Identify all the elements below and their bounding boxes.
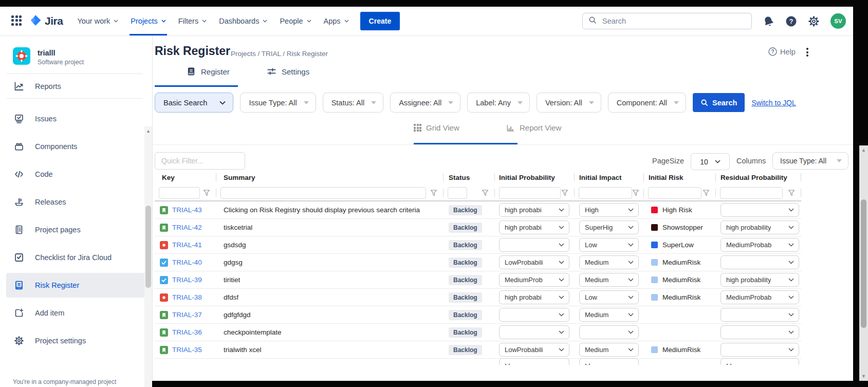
column-header-initial-risk[interactable]: Initial Risk	[644, 170, 716, 185]
nav-item-dashboards[interactable]: Dashboards	[213, 7, 273, 35]
initial-impact-select[interactable]: High	[579, 203, 639, 217]
issue-key-link[interactable]: TRIAL-41	[172, 241, 202, 249]
issue-key-link[interactable]: TRIAL-35	[172, 346, 202, 354]
help-circle-icon[interactable]: ?	[785, 15, 797, 27]
nav-item-projects[interactable]: Projects	[124, 7, 172, 35]
create-button[interactable]: Create	[360, 12, 400, 30]
initial-probability-select[interactable]	[499, 308, 569, 322]
issue-key-link[interactable]: TRIAL-42	[172, 224, 202, 231]
residual-probability-select[interactable]	[721, 255, 799, 269]
filter-dropdown-version[interactable]: Version: All	[537, 93, 601, 113]
initial-probability-select[interactable]: high probabi	[499, 220, 569, 234]
initial-probability-select[interactable]: high probabi	[499, 290, 569, 304]
filter-funnel-icon[interactable]	[632, 190, 639, 196]
filter-dropdown-status[interactable]: Status: All	[323, 93, 383, 113]
column-header-initial-probability[interactable]: Initial Probability	[495, 170, 575, 185]
residual-probability-select[interactable]: high probability	[721, 220, 799, 234]
initial-impact-select[interactable]	[579, 325, 639, 339]
nav-item-people[interactable]: People	[273, 7, 317, 35]
tab-report-view[interactable]: Report View	[506, 123, 561, 132]
sidebar-scrollbar-thumb[interactable]	[145, 206, 151, 288]
columns-select[interactable]: Issue Type: All	[772, 152, 848, 170]
sidebar-item-reports[interactable]: Reports	[0, 74, 152, 98]
initial-impact-select[interactable]: Low	[579, 238, 639, 252]
column-filter-input-initial-probability[interactable]	[499, 187, 561, 199]
column-filter-input-status[interactable]	[448, 187, 467, 199]
filter-funnel-icon[interactable]	[561, 190, 568, 196]
filter-funnel-icon[interactable]	[430, 190, 437, 196]
scroll-up-icon[interactable]: ▲	[859, 146, 868, 154]
tab-register[interactable]: Register	[187, 67, 230, 76]
global-search-input[interactable]	[601, 16, 746, 26]
switch-to-jql-link[interactable]: Switch to JQL	[751, 99, 796, 107]
sidebar-scrollbar[interactable]: ▲ ▼	[144, 126, 152, 387]
issue-key-link[interactable]: TRIAL-40	[172, 259, 202, 266]
issue-key-link[interactable]: TRIAL-43	[172, 206, 202, 214]
jira-logo[interactable]: Jira	[29, 14, 63, 29]
project-header[interactable]: trialll Software project	[0, 36, 152, 73]
initial-impact-select[interactable]: Medium	[579, 255, 639, 269]
nav-item-apps[interactable]: Apps	[318, 7, 355, 35]
sidebar-item-add-item[interactable]: Add item	[0, 299, 152, 327]
column-filter-input-residual-probability[interactable]	[720, 187, 783, 199]
quick-filter-input[interactable]	[155, 152, 245, 170]
filter-funnel-icon[interactable]	[482, 190, 489, 196]
initial-probability-select[interactable]: MediumProb	[499, 273, 569, 287]
nav-item-your-work[interactable]: Your work	[71, 7, 124, 35]
help-button[interactable]: ? Help	[768, 47, 796, 56]
column-header-status[interactable]: Status	[444, 170, 495, 185]
nav-item-filters[interactable]: Filters	[172, 7, 213, 35]
sidebar-item-checklist-for-jira-cloud[interactable]: Checklist for Jira Cloud	[0, 244, 152, 271]
residual-probability-select[interactable]	[721, 343, 799, 357]
column-header-summary[interactable]: Summary	[216, 170, 444, 185]
app-switcher-icon[interactable]	[11, 15, 23, 27]
initial-impact-select[interactable]: SuperHig	[579, 220, 639, 234]
scroll-up-icon[interactable]: ▲	[144, 127, 152, 135]
initial-impact-select[interactable]: Medium	[579, 343, 639, 357]
scroll-down-icon[interactable]: ▼	[859, 373, 868, 380]
tab-settings[interactable]: Settings	[267, 67, 309, 77]
notifications-bell-icon[interactable]	[763, 15, 774, 27]
user-avatar[interactable]: SV	[830, 13, 846, 29]
issue-key-link[interactable]: TRIAL-36	[172, 328, 202, 336]
search-mode-select[interactable]: Basic Search	[155, 93, 233, 113]
filter-dropdown-label[interactable]: Label: Any	[467, 93, 530, 113]
sidebar-item-code[interactable]: Code	[0, 160, 152, 188]
filter-funnel-icon[interactable]	[203, 190, 210, 196]
column-header-key[interactable]: Key	[155, 170, 216, 185]
more-options-icon[interactable]	[805, 47, 809, 58]
issue-key-link[interactable]: TRIAL-37	[172, 311, 202, 319]
global-search[interactable]	[582, 13, 752, 29]
sidebar-item-risk-register[interactable]: Risk Register	[6, 273, 146, 298]
filter-funnel-icon[interactable]	[703, 190, 710, 196]
residual-probability-select[interactable]: high probability	[721, 273, 799, 287]
column-filter-input-summary[interactable]	[220, 187, 426, 199]
initial-probability-select[interactable]	[499, 325, 569, 339]
filter-dropdown-issue-type[interactable]: Issue Type: All	[240, 93, 316, 113]
filter-dropdown-assignee[interactable]: Assignee: All	[390, 93, 460, 113]
initial-impact-select[interactable]: Low	[579, 290, 639, 304]
settings-gear-icon[interactable]	[808, 15, 820, 27]
sidebar-item-components[interactable]: Components	[0, 133, 152, 160]
residual-probability-select[interactable]: MediumProbab	[721, 238, 799, 252]
window-scrollbar[interactable]: ▲ ▼	[859, 145, 868, 381]
issue-key-link[interactable]: TRIAL-38	[172, 293, 202, 301]
initial-probability-select[interactable]: high probabi	[499, 203, 569, 217]
initial-impact-select[interactable]: Medium	[579, 308, 639, 322]
tab-grid-view[interactable]: Grid View	[414, 123, 459, 132]
residual-probability-select[interactable]	[721, 325, 799, 339]
column-filter-input-initial-impact[interactable]	[579, 187, 632, 199]
column-header-residual-probability[interactable]: Residual Probability	[716, 170, 801, 185]
sidebar-item-project-settings[interactable]: Project settings	[0, 327, 152, 355]
sidebar-item-project-pages[interactable]: Project pages	[0, 216, 152, 244]
residual-probability-select[interactable]	[721, 203, 799, 217]
initial-probability-select[interactable]: LowProbabili	[499, 343, 569, 357]
residual-probability-select[interactable]: MediumProbab	[721, 290, 799, 304]
issue-key-link[interactable]: TRIAL-39	[172, 276, 202, 284]
window-scrollbar-thumb[interactable]	[861, 199, 866, 328]
sidebar-item-issues[interactable]: Issues	[0, 105, 152, 133]
pagesize-select[interactable]: 10	[691, 153, 730, 170]
filter-dropdown-component[interactable]: Component: All	[608, 93, 686, 113]
search-button[interactable]: Search	[693, 93, 745, 112]
initial-impact-select[interactable]: Medium	[579, 273, 639, 287]
